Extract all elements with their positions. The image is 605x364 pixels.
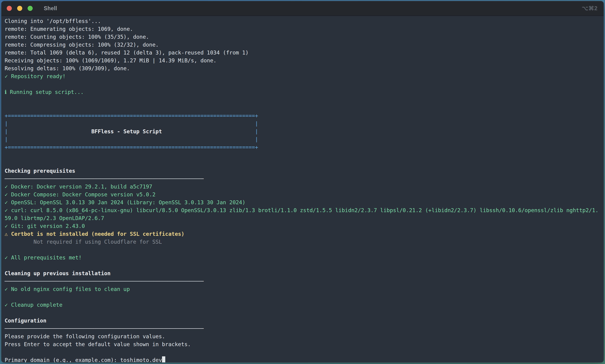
terminal-line: ✓ No old nginx config files to clean up: [5, 285, 604, 293]
terminal-line: ✓ All prerequisites met!: [5, 254, 604, 261]
terminal-line: [5, 293, 604, 301]
close-button[interactable]: [7, 6, 12, 11]
terminal-line: +=======================================…: [5, 112, 604, 120]
terminal-line: Cleaning up previous installation: [5, 269, 604, 277]
terminal-line: remote: Compressing objects: 100% (32/32…: [5, 41, 604, 49]
terminal-line: remote: Counting objects: 100% (35/35), …: [5, 33, 604, 41]
terminal-line: | |: [5, 135, 604, 143]
terminal-line: Press Enter to accept the default value …: [5, 340, 604, 348]
terminal-line: [5, 104, 604, 112]
titlebar[interactable]: Shell ⌥⌘2: [1, 1, 604, 16]
minimize-button[interactable]: [17, 6, 22, 11]
terminal-line: Receiving objects: 100% (1069/1069), 1.2…: [5, 57, 604, 65]
terminal-line: [5, 80, 604, 88]
terminal-line: ────────────────────────────────────────…: [5, 325, 604, 332]
terminal-line: ✓ Git: git version 2.43.0: [5, 222, 604, 230]
terminal-body[interactable]: Cloning into '/opt/bffless'...remote: En…: [1, 16, 604, 362]
terminal-line: ✓ OpenSSL: OpenSSL 3.0.13 30 Jan 2024 (L…: [5, 198, 604, 206]
terminal-line: Not required if using Cloudflare for SSL: [5, 238, 604, 246]
terminal-line: remote: Total 1069 (delta 6), reused 12 …: [5, 49, 604, 57]
terminal-line: ℹ Running setup script...: [5, 88, 604, 96]
terminal-line: Primary domain (e.g., example.com): tosh…: [5, 356, 604, 362]
window-title: Shell: [44, 5, 57, 12]
terminal-line: ✓ Docker Compose: Docker Compose version…: [5, 191, 604, 198]
terminal-line: ✓ Cleanup complete: [5, 301, 604, 309]
terminal-line: | |: [5, 120, 604, 128]
terminal-line: [5, 96, 604, 104]
terminal-line: Cloning into '/opt/bffless'...: [5, 17, 604, 25]
terminal-line: ✓ Repository ready!: [5, 72, 604, 80]
terminal-line: ────────────────────────────────────────…: [5, 175, 604, 183]
terminal-line: [5, 348, 604, 356]
zoom-button[interactable]: [27, 6, 33, 11]
terminal-line: [5, 159, 604, 167]
terminal-line: Please provide the following configurati…: [5, 332, 604, 340]
terminal-line: | BFFless - Setup Script |: [5, 128, 604, 135]
terminal-line: ────────────────────────────────────────…: [5, 277, 604, 285]
terminal-line: 59.0 librtmp/2.3 OpenLDAP/2.6.7: [5, 214, 604, 222]
terminal-line: Resolving deltas: 100% (309/309), done.: [5, 65, 604, 72]
terminal-line: Checking prerequisites: [5, 167, 604, 175]
terminal-line: ✓ curl: curl 8.5.0 (x86_64-pc-linux-gnu)…: [5, 206, 604, 214]
terminal-line: ⚠ Certbot is not installed (needed for S…: [5, 230, 604, 238]
keyboard-shortcut-badge: ⌥⌘2: [582, 5, 598, 12]
text-cursor: [162, 356, 165, 362]
terminal-window: Shell ⌥⌘2 Cloning into '/opt/bffless'...…: [1, 1, 604, 363]
terminal-line: [5, 261, 604, 269]
terminal-line: [5, 309, 604, 317]
traffic-lights: [7, 6, 38, 11]
terminal-line: ✓ Docker: Docker version 29.2.1, build a…: [5, 183, 604, 191]
terminal-line: [5, 151, 604, 159]
terminal-line: [5, 246, 604, 254]
terminal-line: remote: Enumerating objects: 1069, done.: [5, 25, 604, 33]
terminal-line: Configuration: [5, 317, 604, 325]
terminal-line: +=======================================…: [5, 143, 604, 151]
